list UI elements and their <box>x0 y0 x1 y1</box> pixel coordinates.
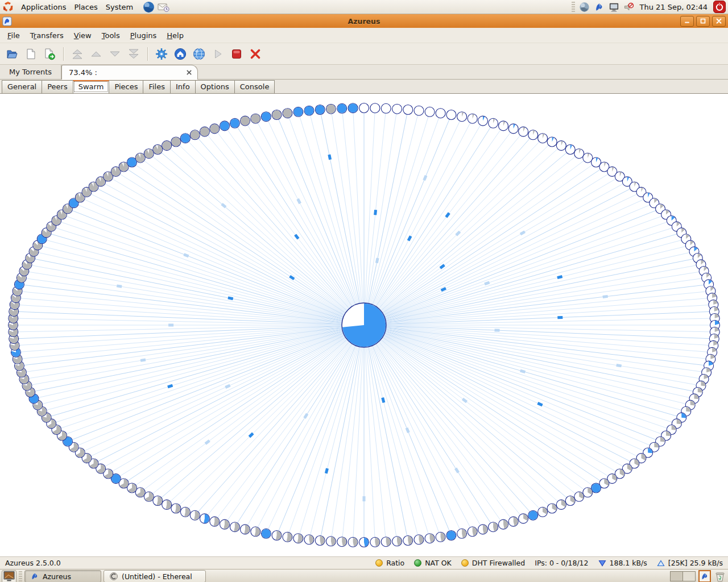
web-browser-icon[interactable] <box>143 1 155 13</box>
tab-my-torrents[interactable]: My Torrents <box>0 65 61 79</box>
ratio-label: Ratio <box>386 559 404 567</box>
taskbar-button--untitled-ethereal[interactable]: (Untitled) - Ethereal <box>104 570 206 582</box>
taskbar-button-label: Azureus <box>43 572 71 581</box>
panel-menu-applications[interactable]: Applications <box>17 2 70 13</box>
toolbar-export-button[interactable] <box>42 47 57 61</box>
subtab-info[interactable]: Info <box>170 80 196 93</box>
statusbar-ratio[interactable]: Ratio <box>375 559 404 567</box>
menu-view[interactable]: View <box>69 30 97 41</box>
statusbar-nat[interactable]: NAT OK <box>414 559 452 567</box>
download-speed: 188.1 kB/s <box>610 559 647 567</box>
home-icon <box>174 48 187 60</box>
toolbar-home-button[interactable] <box>173 47 188 61</box>
panel-menu-system[interactable]: System <box>102 2 137 13</box>
subtab-console[interactable]: Console <box>234 80 275 93</box>
ubuntu-logo-icon[interactable] <box>2 1 14 13</box>
toolbar-gear-button[interactable] <box>154 47 169 61</box>
subtab-files[interactable]: Files <box>143 80 171 93</box>
gear-icon <box>155 48 168 60</box>
tab-label: 73.4% : <box>69 68 97 77</box>
ratio-status-icon <box>375 559 383 567</box>
toolbar-new-torrent-button[interactable] <box>23 47 38 61</box>
subtab-general[interactable]: General <box>2 80 42 93</box>
azureus-mini-icon[interactable] <box>594 2 605 13</box>
taskbar-button-label: (Untitled) - Ethereal <box>122 572 192 581</box>
menu-plugins[interactable]: Plugins <box>125 30 162 41</box>
tab-close-icon[interactable] <box>185 69 193 76</box>
taskbar-handle[interactable] <box>19 571 22 581</box>
statusbar-upload[interactable]: [25K] 25.9 kB/s <box>657 559 723 567</box>
azureus-mini-icon <box>700 572 709 581</box>
toolbar-move-down-button <box>107 47 122 61</box>
workspace-2[interactable] <box>683 572 695 581</box>
ips-label: IPs: 0 - 0/18/12 <box>535 559 588 567</box>
statusbar-dht[interactable]: DHT Firewalled <box>461 559 525 567</box>
menubar: FileTransfersViewToolsPluginsHelp <box>0 28 728 43</box>
open-icon <box>6 48 18 60</box>
play-icon <box>212 48 224 60</box>
dht-label: DHT Firewalled <box>472 559 525 567</box>
azureus-window: Azureus FileTransfersViewToolsPluginsHel… <box>0 14 728 569</box>
statusbar-ips: IPs: 0 - 0/18/12 <box>535 559 588 567</box>
maximize-button[interactable] <box>696 16 710 27</box>
move-top-icon <box>71 48 84 60</box>
taskbar-button-azureus[interactable]: Azureus <box>24 570 101 582</box>
nat-status-icon <box>414 559 421 567</box>
menu-help[interactable]: Help <box>162 30 189 41</box>
trash-icon[interactable] <box>714 570 726 582</box>
toolbar-separator <box>63 47 64 61</box>
panel-handle[interactable] <box>572 2 575 12</box>
top-panel-tray <box>579 2 634 13</box>
mail-clock-icon[interactable] <box>158 1 169 13</box>
toolbar-remove-button[interactable] <box>248 47 263 61</box>
panel-menu-places[interactable]: Places <box>70 2 101 13</box>
menu-file[interactable]: File <box>2 30 25 41</box>
toolbar-separator <box>147 47 148 61</box>
minimize-button[interactable] <box>680 16 694 27</box>
show-desktop-button[interactable] <box>2 570 16 582</box>
toolbar <box>0 43 728 65</box>
subtab-pieces[interactable]: Pieces <box>109 80 143 93</box>
toolbar-open-button[interactable] <box>5 47 19 61</box>
window-controls <box>680 16 726 27</box>
subtab-peers[interactable]: Peers <box>42 80 73 93</box>
window-titlebar[interactable]: Azureus <box>0 14 728 28</box>
tab-label: My Torrents <box>9 68 52 76</box>
move-up-icon <box>90 48 102 60</box>
move-down-icon <box>109 48 121 60</box>
menu-transfers[interactable]: Transfers <box>25 30 69 41</box>
upload-speed: [25K] 25.9 kB/s <box>668 559 723 567</box>
nat-label: NAT OK <box>425 559 452 567</box>
toolbar-globe-button[interactable] <box>192 47 206 61</box>
view-subtabs: GeneralPeersSwarmPiecesFilesInfoOptionsC… <box>0 80 728 94</box>
subtab-options[interactable]: Options <box>195 80 235 93</box>
window-title: Azureus <box>0 17 728 26</box>
toolbar-stop-button[interactable] <box>229 47 244 61</box>
browser-gray-icon[interactable] <box>579 2 590 13</box>
bottom-panel-right <box>670 570 726 582</box>
panel-clock[interactable]: Thu 21 Sep, 02:44 <box>638 3 709 11</box>
toolbar-move-up-button <box>89 47 104 61</box>
power-button[interactable] <box>713 1 726 13</box>
azureus-tray-icon[interactable] <box>698 570 711 582</box>
workspace-1[interactable] <box>671 572 683 581</box>
gnome-top-panel: ApplicationsPlacesSystem Thu 21 Sep, 02:… <box>0 0 728 14</box>
display-icon[interactable] <box>609 2 619 13</box>
torrent-completion-pie <box>342 303 386 347</box>
tab-torrent[interactable]: 73.4% : <box>61 65 198 80</box>
subtab-swarm[interactable]: Swarm <box>73 80 110 93</box>
ethereal-icon <box>109 572 118 581</box>
statusbar-download[interactable]: 188.1 kB/s <box>598 559 647 567</box>
stop-icon <box>230 48 243 60</box>
close-button[interactable] <box>712 16 726 27</box>
top-panel-menus: ApplicationsPlacesSystem <box>17 2 137 13</box>
torrent-tabrow: My Torrents73.4% : <box>0 65 728 80</box>
workspace-switcher[interactable] <box>670 571 696 581</box>
statusbar-version: Azureus 2.5.0.0 <box>5 559 366 567</box>
download-arrow-icon <box>598 560 606 567</box>
top-panel-launchers <box>143 1 169 13</box>
toolbar-move-bottom-button <box>126 47 141 61</box>
swarm-canvas <box>0 94 728 556</box>
volume-muted-icon[interactable] <box>623 2 634 13</box>
menu-tools[interactable]: Tools <box>97 30 125 41</box>
